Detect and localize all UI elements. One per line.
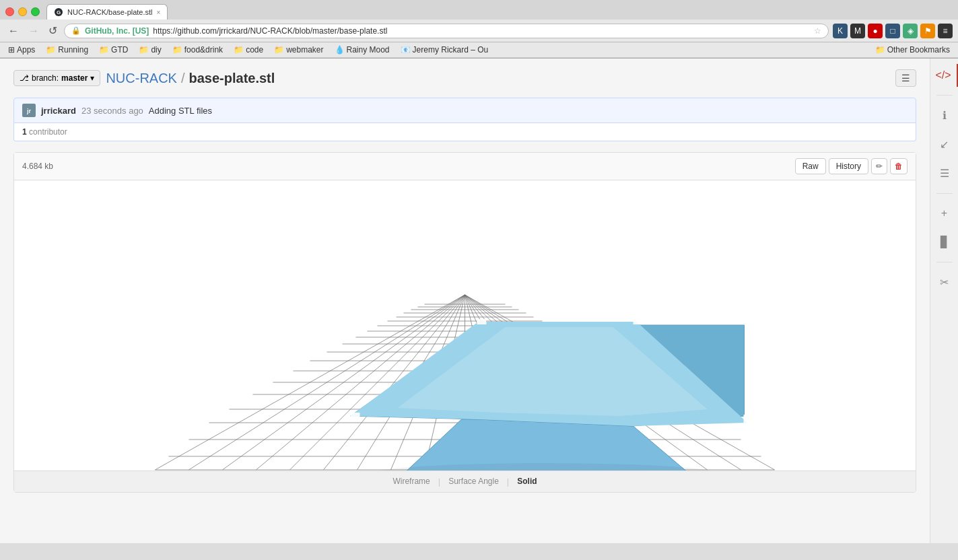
stl-canvas <box>14 180 916 490</box>
folder-icon-5: 📁 <box>234 45 244 55</box>
folder-icon-6: 📁 <box>274 45 284 55</box>
address-bar[interactable]: 🔒 GitHub, Inc. [US] https://github.com/j… <box>64 24 829 38</box>
tab-bar: G NUC-RACK/base-plate.stl × <box>46 4 953 20</box>
avatar: jr <box>22 104 36 117</box>
gtd-label: GTD <box>111 45 128 55</box>
viewer-controls: Wireframe | Surface Angle | Solid <box>14 470 916 492</box>
bookmark-diy[interactable]: 📁 diy <box>136 44 164 55</box>
file-name: base-plate.stl <box>189 71 275 86</box>
tab-title: NUC-RACK/base-plate.stl <box>67 8 153 16</box>
wireframe-button[interactable]: Wireframe <box>392 477 430 487</box>
active-tab[interactable]: G NUC-RACK/base-plate.stl × <box>46 4 168 20</box>
branch-name: master <box>61 73 88 83</box>
bookmark-running[interactable]: 📁 Running <box>43 44 91 55</box>
ext-icon-2[interactable]: M <box>850 24 865 38</box>
folder-icon-7: 📁 <box>875 45 885 55</box>
bookmark-food[interactable]: 📁 food&drink <box>170 44 226 55</box>
repo-link[interactable]: NUC-RACK <box>106 71 177 86</box>
folder-icon-3: 📁 <box>139 45 149 55</box>
commit-message: Adding STL files <box>149 106 212 116</box>
bookmark-jeremy[interactable]: 📧 Jeremy Rickard – Ou <box>398 44 491 55</box>
breadcrumb: NUC-RACK / base-plate.stl <box>106 71 275 86</box>
pencil-button[interactable]: ✏ <box>871 158 887 174</box>
rainy-icon: 💧 <box>335 45 345 55</box>
page-content: ⎇ branch: master ▾ NUC-RACK / base-plate… <box>0 59 930 543</box>
contributor-bar: 1 contributor <box>13 123 916 141</box>
nav-extension-icons: K M ● □ ◈ ⚑ ≡ <box>833 24 953 38</box>
apps-label: Apps <box>17 45 35 55</box>
file-header: 4.684 kb Raw History ✏ 🗑 <box>14 153 916 180</box>
sidebar-divider-1 <box>936 95 953 96</box>
commit-bar: jr jrrickard 23 seconds ago Adding STL f… <box>13 98 916 123</box>
traffic-lights <box>5 7 40 16</box>
svg-rect-48 <box>477 319 487 324</box>
sidebar-pull-icon[interactable]: ↙ <box>934 133 954 156</box>
sidebar-list-icon[interactable]: ☰ <box>934 162 955 185</box>
ext-icon-7[interactable]: ≡ <box>938 24 953 38</box>
list-view-button[interactable]: ☰ <box>895 69 916 87</box>
browser-chrome: G NUC-RACK/base-plate.stl × ← → ↺ 🔒 GitH… <box>0 0 958 59</box>
branch-selector[interactable]: ⎇ branch: master ▾ <box>13 70 100 86</box>
svg-text:G: G <box>57 9 61 15</box>
file-size: 4.684 kb <box>22 162 53 171</box>
webmaker-label: webmaker <box>286 45 323 55</box>
commit-time: 23 seconds ago <box>81 106 143 116</box>
dropdown-icon: ▾ <box>90 73 94 83</box>
close-button[interactable] <box>5 7 14 16</box>
tab-close-icon[interactable]: × <box>157 9 161 16</box>
diy-label: diy <box>151 45 161 55</box>
running-label: Running <box>58 45 88 55</box>
ext-icon-5[interactable]: ◈ <box>903 24 918 38</box>
star-icon[interactable]: ☆ <box>814 26 821 36</box>
contributor-label: contributor <box>29 127 67 137</box>
bookmark-rainy[interactable]: 💧 Rainy Mood <box>332 44 392 55</box>
svg-text:jr: jr <box>26 108 32 114</box>
branch-label: branch: <box>32 73 59 83</box>
sidebar-divider-3 <box>936 262 953 262</box>
svg-rect-51 <box>744 415 753 423</box>
bookmark-apps[interactable]: ⊞ Apps <box>5 44 38 55</box>
nav-bar: ← → ↺ 🔒 GitHub, Inc. [US] https://github… <box>0 20 958 42</box>
ext-icon-4[interactable]: □ <box>885 24 900 38</box>
maximize-button[interactable] <box>31 7 40 16</box>
address-url: https://github.com/jrrickard/NUC-RACK/bl… <box>153 26 387 36</box>
file-actions: Raw History ✏ 🗑 <box>795 158 908 174</box>
sidebar-settings-icon[interactable]: ✂ <box>934 271 954 294</box>
raw-button[interactable]: Raw <box>795 158 826 174</box>
minimize-button[interactable] <box>18 7 27 16</box>
file-viewer: 4.684 kb Raw History ✏ 🗑 <box>13 152 916 493</box>
ext-icon-3[interactable]: ● <box>868 24 883 38</box>
separator-2: | <box>507 477 509 487</box>
other-bookmarks[interactable]: 📁 Other Bookmarks <box>873 44 953 55</box>
sidebar-graph-icon[interactable]: ▊ <box>935 230 954 254</box>
code-label: code <box>246 45 263 55</box>
history-button[interactable]: History <box>829 158 868 174</box>
forward-button[interactable]: → <box>26 24 42 38</box>
food-label: food&drink <box>184 45 223 55</box>
sidebar-info-icon[interactable]: ℹ <box>937 104 952 127</box>
bookmark-gtd[interactable]: 📁 GTD <box>96 44 131 55</box>
folder-icon-2: 📁 <box>99 45 109 55</box>
delete-button[interactable]: 🗑 <box>890 158 908 174</box>
sidebar-code-icon[interactable]: </> <box>930 64 958 87</box>
svg-rect-49 <box>634 319 643 324</box>
folder-icon-4: 📁 <box>172 45 182 55</box>
bookmarks-bar: ⊞ Apps 📁 Running 📁 GTD 📁 diy 📁 food&drin… <box>0 42 958 58</box>
stl-viewer[interactable]: Wireframe | Surface Angle | Solid <box>14 180 916 492</box>
folder-icon: 📁 <box>46 45 56 55</box>
solid-button[interactable]: Solid <box>517 477 537 487</box>
jeremy-label: Jeremy Rickard – Ou <box>413 45 489 55</box>
back-button[interactable]: ← <box>5 24 22 38</box>
apps-icon: ⊞ <box>8 45 15 55</box>
ext-icon-6[interactable]: ⚑ <box>920 24 935 38</box>
reload-button[interactable]: ↺ <box>46 23 60 38</box>
svg-rect-50 <box>351 413 360 421</box>
sidebar-add-icon[interactable]: + <box>936 202 953 225</box>
address-company: GitHub, Inc. [US] <box>85 26 149 36</box>
main-layout: ⎇ branch: master ▾ NUC-RACK / base-plate… <box>0 59 958 543</box>
ext-icon-1[interactable]: K <box>833 24 848 38</box>
bookmark-webmaker[interactable]: 📁 webmaker <box>271 44 326 55</box>
bookmark-code[interactable]: 📁 code <box>231 44 266 55</box>
surface-angle-button[interactable]: Surface Angle <box>448 477 499 487</box>
commit-author[interactable]: jrrickard <box>41 106 76 116</box>
